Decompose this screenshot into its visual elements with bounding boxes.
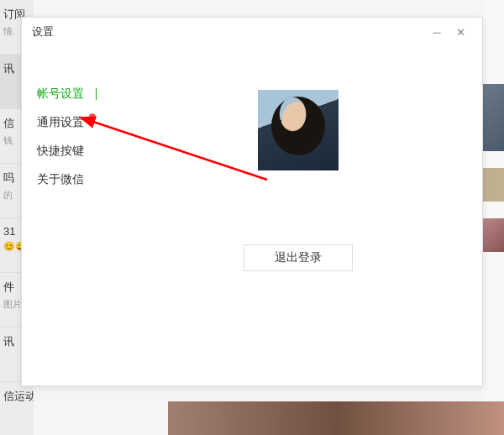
logout-button[interactable]: 退出登录 bbox=[244, 244, 353, 271]
background-right-thumbs bbox=[483, 0, 504, 435]
settings-nav: 帐号设置 通用设置 快捷按键 关于微信 bbox=[22, 46, 114, 385]
nav-label: 帐号设置 bbox=[37, 86, 84, 100]
nav-general-settings[interactable]: 通用设置 bbox=[37, 108, 114, 137]
settings-dialog: 设置 ─ ✕ 帐号设置 通用设置 快捷按键 关于微信 退出登录 bbox=[21, 17, 483, 386]
dialog-body: 帐号设置 通用设置 快捷按键 关于微信 退出登录 bbox=[22, 46, 482, 385]
bg-thumbnail bbox=[483, 218, 504, 252]
dialog-titlebar: 设置 ─ ✕ bbox=[22, 18, 482, 46]
nav-label: 快捷按键 bbox=[37, 144, 84, 157]
bg-thumbnail bbox=[483, 168, 504, 202]
nav-about[interactable]: 关于微信 bbox=[37, 165, 114, 194]
nav-account-settings[interactable]: 帐号设置 bbox=[37, 80, 114, 108]
user-avatar[interactable] bbox=[258, 90, 339, 170]
settings-content: 退出登录 bbox=[114, 46, 482, 385]
notification-dot-icon bbox=[89, 113, 96, 120]
nav-shortcuts[interactable]: 快捷按键 bbox=[37, 137, 114, 165]
background-bottom-photos bbox=[168, 401, 504, 435]
dialog-title: 设置 bbox=[32, 24, 425, 39]
bg-chat-item: 信运动 bbox=[0, 382, 34, 435]
nav-label: 关于微信 bbox=[37, 172, 84, 186]
nav-label: 通用设置 bbox=[37, 115, 84, 128]
close-button[interactable]: ✕ bbox=[449, 22, 472, 42]
minimize-button[interactable]: ─ bbox=[425, 22, 449, 42]
nav-active-indicator bbox=[96, 88, 97, 100]
bg-thumbnail bbox=[483, 84, 504, 151]
